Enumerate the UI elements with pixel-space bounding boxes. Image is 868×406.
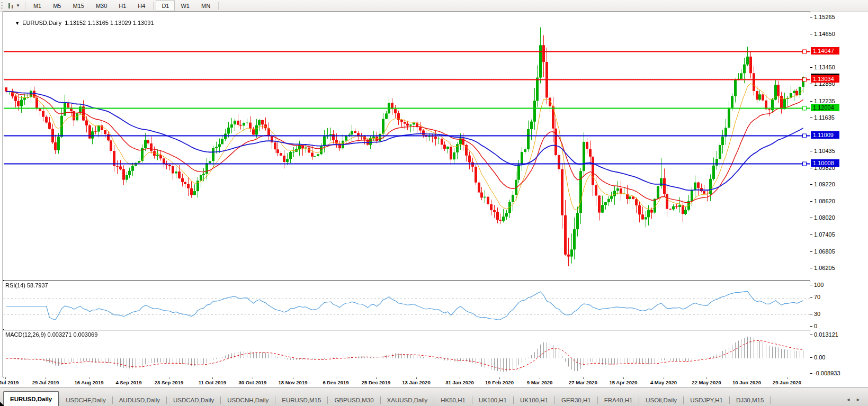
- hline-price-label[interactable]: 1.14047: [811, 47, 839, 55]
- price-axis-tick: 1.13450: [810, 64, 835, 71]
- hline-price-label[interactable]: 1.13034: [811, 75, 839, 83]
- chart-tab-usdcnh-daily[interactable]: USDCNH,Daily: [221, 394, 275, 406]
- candlestick-icon: [12, 5, 13, 8]
- chart-tab-hk50-h1[interactable]: HK50,H1: [434, 394, 472, 406]
- date-axis-label: 15 Apr 2020: [610, 380, 638, 385]
- date-axis-tick: [169, 377, 169, 379]
- price-chart-canvas[interactable]: [4, 13, 810, 281]
- timeframe-button-w1[interactable]: W1: [175, 0, 195, 11]
- date-axis-label: 29 Jun 2020: [773, 380, 801, 385]
- macd-indicator-canvas[interactable]: [4, 331, 810, 377]
- date-axis-tick: [212, 377, 213, 379]
- objects-marker-icon: ▼: [15, 21, 20, 26]
- chart-ohlc-values: 1.13152 1.13165 1.13029 1.13091: [65, 20, 154, 26]
- chart-tab-bar: EURUSD,DailyUSDCHF,DailyAUDUSD,DailyUSDC…: [0, 387, 868, 406]
- macd-axis-tick: 0.013121: [810, 331, 838, 338]
- chart-tab-eurusd-daily[interactable]: EURUSD,Daily: [3, 391, 59, 406]
- toolbar-separator: [153, 2, 154, 10]
- timeframe-button-m5[interactable]: M5: [47, 0, 67, 11]
- macd-axis-tick: -0.008933: [810, 370, 840, 377]
- date-axis-label: 4 Sep 2019: [115, 380, 141, 385]
- date-axis-label: 11 Oct 2019: [199, 380, 226, 385]
- price-axis-tick: 1.06205: [810, 265, 835, 272]
- rsi-axis-tick: 30: [810, 311, 820, 318]
- date-axis-tick: [46, 377, 46, 379]
- date-axis-label: 23 Sep 2019: [155, 380, 183, 385]
- timeframe-button-m30[interactable]: M30: [90, 0, 113, 11]
- timeframe-button-m15[interactable]: M15: [67, 0, 90, 11]
- price-axis-tick: 1.08020: [810, 214, 835, 221]
- chart-tab-fra40-h1[interactable]: FRA40,H1: [598, 394, 639, 406]
- date-axis-tick: [747, 377, 747, 379]
- chart-tab-eurusd-m15[interactable]: EURUSD,M15: [275, 394, 327, 406]
- date-axis-tick: [5, 377, 6, 379]
- rsi-axis-tick: 0: [810, 323, 817, 330]
- chart-tab-usdcad-daily[interactable]: USDCAD,Daily: [167, 394, 220, 406]
- candlestick-icon: [8, 3, 10, 8]
- date-axis-tick: [623, 377, 624, 379]
- date-axis-tick: [253, 377, 253, 379]
- chart-tab-audusd-daily[interactable]: AUDUSD,Daily: [113, 394, 166, 406]
- date-axis-tick: [129, 377, 129, 379]
- price-axis-tick: 1.06805: [810, 248, 835, 255]
- date-axis-tick: [787, 377, 788, 379]
- date-axis-label: 22 May 2020: [692, 380, 721, 385]
- tab-scroll-left-icon[interactable]: ◄: [846, 397, 851, 402]
- date-axis-tick: [540, 377, 540, 379]
- rsi-label: RSI(14) 58.7937: [5, 282, 48, 288]
- date-axis-tick: [706, 377, 707, 379]
- date-axis-label: 6 Dec 2019: [323, 380, 348, 385]
- date-axis-tick: [293, 377, 293, 379]
- rsi-indicator-canvas[interactable]: [4, 282, 810, 330]
- timeframe-button-m1[interactable]: M1: [28, 0, 47, 11]
- date-axis-label: 31 Jan 2020: [445, 380, 473, 385]
- date-axis-tick: [664, 377, 664, 379]
- chart-tab-xauusd-daily[interactable]: XAUUSD,Daily: [381, 394, 434, 406]
- price-axis-tick: 1.10435: [810, 148, 835, 155]
- chart-tab-usdchf-daily[interactable]: USDCHF,Daily: [59, 394, 112, 406]
- chart-tab-uk100-h1[interactable]: UK100,H1: [514, 394, 554, 406]
- toolbar-grip[interactable]: [1, 2, 3, 10]
- date-axis-label: 25 Dec 2019: [362, 380, 390, 385]
- timeframe-button-h1[interactable]: H1: [113, 0, 132, 11]
- rsi-axis-tick: 100: [810, 282, 824, 288]
- price-axis-tick: 1.07405: [810, 231, 835, 238]
- chart-type-dropdown-icon[interactable]: ▼: [6, 1, 23, 11]
- chevron-down-icon: ▼: [16, 3, 20, 8]
- price-axis-tick: 1.14650: [810, 31, 835, 38]
- chart-title: ▼EURUSD,Daily 1.13152 1.13165 1.13029 1.…: [5, 13, 154, 32]
- date-axis-label: 13 Jan 2020: [402, 380, 430, 385]
- tab-scroll-right-icon[interactable]: ►: [856, 397, 861, 402]
- hline-price-label[interactable]: 1.11009: [811, 131, 839, 139]
- date-axis-label: 10 Jul 2019: [0, 380, 19, 385]
- timeframe-button-d1[interactable]: D1: [156, 0, 175, 11]
- price-panel: ▼EURUSD,Daily 1.13152 1.13165 1.13029 1.…: [3, 12, 810, 281]
- date-axis-tick: [583, 377, 584, 379]
- date-axis-label: 18 Nov 2019: [279, 380, 308, 385]
- timeframe-button-mn[interactable]: MN: [195, 0, 216, 11]
- timeframe-button-h4[interactable]: H4: [132, 0, 151, 11]
- date-axis-tick: [499, 377, 500, 379]
- price-axis[interactable]: 1.152651.146501.134501.128501.122351.116…: [810, 12, 868, 387]
- toolbar-separator: [25, 2, 25, 10]
- chart-tab-usoil-daily[interactable]: USOil,Daily: [639, 394, 683, 406]
- date-axis-tick: [336, 377, 336, 379]
- chart-symbol: EURUSD,Daily: [22, 20, 61, 26]
- date-axis-tick: [460, 377, 460, 379]
- date-axis[interactable]: 10 Jul 201929 Jul 201916 Aug 20194 Sep 2…: [3, 377, 810, 387]
- hline-price-label[interactable]: 1.12004: [811, 104, 839, 111]
- chart-tab-gbpusd-m30[interactable]: GBPUSD,M30: [328, 394, 380, 406]
- date-axis-label: 9 Mar 2020: [527, 380, 553, 385]
- date-axis-label: 10 Jun 2020: [732, 380, 761, 385]
- chart-tab-uk100-h1[interactable]: UK100,H1: [472, 394, 513, 406]
- chart-tab-usdjpy-h1[interactable]: USDJPY,H1: [684, 394, 729, 406]
- price-axis-tick: 1.15265: [810, 14, 835, 21]
- date-axis-label: 30 Oct 2019: [239, 380, 267, 385]
- price-axis-tick: 1.09220: [810, 181, 835, 188]
- macd-axis-tick: 0.00: [810, 354, 825, 361]
- toolbar: ▼ M1M5M15M30H1H4D1W1MN: [0, 0, 868, 12]
- macd-label: MACD(12,26,9) 0.003271 0.003069: [5, 331, 97, 338]
- hline-price-label[interactable]: 1.10008: [811, 159, 839, 167]
- chart-tab-dj30-m15[interactable]: DJ30,M15: [730, 394, 770, 406]
- chart-tab-ger30-h1[interactable]: GER30,H1: [555, 394, 597, 406]
